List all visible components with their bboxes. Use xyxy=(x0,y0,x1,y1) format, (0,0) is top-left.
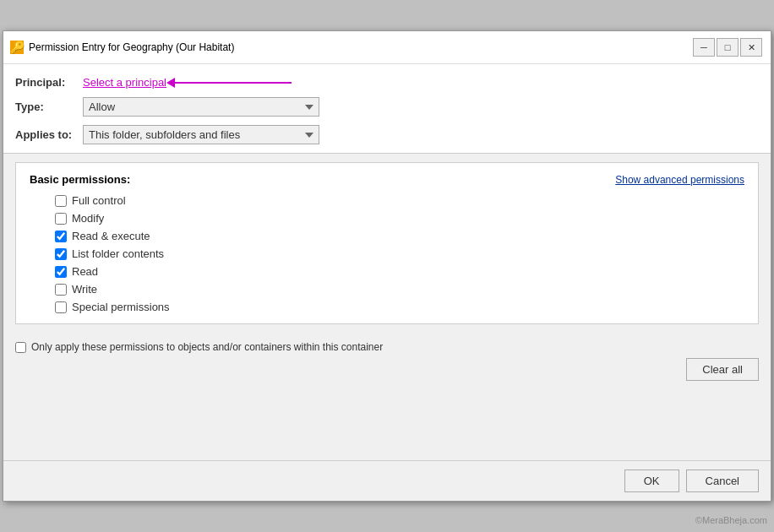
permissions-checkbox-list: Full control Modify Read & execute List … xyxy=(55,194,744,313)
dialog-footer: OK Cancel xyxy=(3,460,771,501)
maximize-button[interactable]: □ xyxy=(717,38,739,57)
permissions-title: Basic permissions: xyxy=(30,173,130,186)
minimize-button[interactable]: ─ xyxy=(693,38,715,57)
top-fields-section: Principal: Select a principal Type: Allo… xyxy=(3,64,771,154)
clear-all-row: Clear all xyxy=(3,358,771,393)
type-row: Type: Allow Deny xyxy=(15,97,759,117)
permission-read-execute: Read & execute xyxy=(55,230,744,242)
permission-full-control: Full control xyxy=(55,194,744,207)
read-label[interactable]: Read xyxy=(72,265,98,278)
show-advanced-link[interactable]: Show advanced permissions xyxy=(615,174,744,186)
principal-row: Principal: Select a principal xyxy=(15,76,759,89)
dialog-icon: 🔑 xyxy=(10,41,24,54)
write-checkbox[interactable] xyxy=(55,284,67,296)
read-execute-label[interactable]: Read & execute xyxy=(72,230,150,242)
arrow-annotation xyxy=(173,82,292,84)
list-folder-checkbox[interactable] xyxy=(55,248,67,260)
permission-list-folder: List folder contents xyxy=(55,247,744,260)
permissions-header: Basic permissions: Show advanced permiss… xyxy=(30,173,744,186)
modify-checkbox[interactable] xyxy=(55,213,67,225)
permissions-section: Basic permissions: Show advanced permiss… xyxy=(15,162,759,324)
applies-to-label: Applies to: xyxy=(15,128,83,141)
permission-write: Write xyxy=(55,283,744,296)
applies-to-select[interactable]: This folder, subfolders and files xyxy=(83,125,319,144)
title-bar: 🔑 Permission Entry for Geography (Our Ha… xyxy=(3,31,771,64)
permission-read: Read xyxy=(55,265,744,278)
principal-label: Principal: xyxy=(15,76,83,89)
close-button[interactable]: ✕ xyxy=(740,38,762,57)
write-label[interactable]: Write xyxy=(72,283,97,296)
special-checkbox[interactable] xyxy=(55,301,67,313)
cancel-button[interactable]: Cancel xyxy=(686,470,759,492)
permission-dialog: 🔑 Permission Entry for Geography (Our Ha… xyxy=(3,30,771,502)
only-apply-checkbox[interactable] xyxy=(15,342,26,353)
watermark: ©MeraBheja.com xyxy=(695,515,767,525)
special-label[interactable]: Special permissions xyxy=(72,301,170,313)
window-controls: ─ □ ✕ xyxy=(693,38,762,57)
type-select[interactable]: Allow Deny xyxy=(83,97,319,117)
list-folder-label[interactable]: List folder contents xyxy=(72,247,164,260)
applies-to-row: Applies to: This folder, subfolders and … xyxy=(15,125,759,144)
dialog-title: Permission Entry for Geography (Our Habi… xyxy=(29,41,693,53)
spacer xyxy=(3,393,771,460)
full-control-checkbox[interactable] xyxy=(55,195,67,207)
modify-label[interactable]: Modify xyxy=(72,212,104,225)
only-apply-label[interactable]: Only apply these permissions to objects … xyxy=(31,341,383,353)
read-checkbox[interactable] xyxy=(55,266,67,278)
permission-special: Special permissions xyxy=(55,301,744,313)
permission-modify: Modify xyxy=(55,212,744,225)
read-execute-checkbox[interactable] xyxy=(55,231,67,242)
only-apply-row: Only apply these permissions to objects … xyxy=(3,333,771,358)
clear-all-button[interactable]: Clear all xyxy=(686,358,759,381)
type-label: Type: xyxy=(15,100,83,113)
select-principal-link[interactable]: Select a principal xyxy=(83,76,166,89)
full-control-label[interactable]: Full control xyxy=(72,194,126,207)
ok-button[interactable]: OK xyxy=(624,470,679,492)
